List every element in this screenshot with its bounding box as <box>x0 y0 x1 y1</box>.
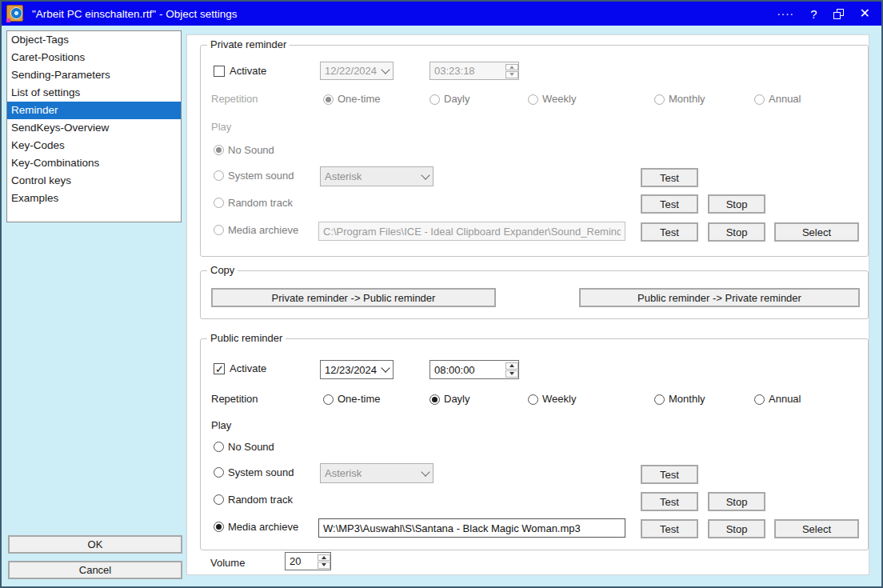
spinner-down-icon[interactable] <box>318 562 330 569</box>
private-stop-track-button[interactable]: Stop <box>708 194 765 214</box>
private-repetition-option-label: Monthly <box>669 93 705 105</box>
public-select-media-button[interactable]: Select <box>774 519 859 538</box>
private-system-sound-radio <box>214 170 224 181</box>
close-icon[interactable]: ✕ <box>860 7 870 20</box>
ok-button[interactable]: OK <box>8 535 182 554</box>
public-repetition-radio-annual[interactable] <box>754 394 765 405</box>
public-repetition-option-label[interactable]: Monthly <box>669 393 705 405</box>
public-random-track-label[interactable]: Random track <box>228 494 293 506</box>
public-reminder-group-title: Public reminder <box>207 332 286 344</box>
settings-list: Object-Tags Caret-Positions Sending-Para… <box>6 30 182 222</box>
private-test-track-button[interactable]: Test <box>641 194 698 214</box>
private-repetition-radio-annual <box>754 94 765 105</box>
private-repetition-radio-dayly <box>430 94 440 105</box>
restore-icon[interactable] <box>833 9 844 19</box>
private-repetition-option-label: One-time <box>338 93 380 105</box>
private-no-sound-radio <box>214 145 224 155</box>
public-repetition-option-label[interactable]: One-time <box>338 393 380 405</box>
public-activate-checkbox[interactable] <box>214 363 225 374</box>
public-repetition-option-label[interactable]: Annual <box>769 393 801 405</box>
private-random-track-label: Random track <box>228 197 293 209</box>
reminder-panel: Private reminder Activate 12/22/2024 03:… <box>186 34 869 575</box>
private-media-archieve-label: Media archieve <box>228 224 298 236</box>
private-repetition-label: Repetition <box>211 93 258 105</box>
private-media-path-input: C:\Program Files\ICE - Ideal Clipboard E… <box>318 222 625 241</box>
window-title: "Arbeit PC einschalten.rtf" - Object set… <box>32 8 237 20</box>
menu-dots-icon[interactable]: .... <box>777 5 795 18</box>
sidebar-item-sending-parameters[interactable]: Sending-Parameters <box>7 66 181 84</box>
public-random-track-radio[interactable] <box>214 494 224 505</box>
volume-label: Volume <box>210 557 245 569</box>
public-repetition-radio-one-time[interactable] <box>323 394 334 405</box>
private-no-sound-label: No Sound <box>228 144 274 156</box>
public-system-sound-combo: Asterisk <box>320 463 434 483</box>
spinner-down-icon[interactable] <box>505 370 518 378</box>
private-activate-label[interactable]: Activate <box>230 65 266 77</box>
copy-group: Copy Private reminder -> Public reminder… <box>200 270 869 319</box>
private-repetition-option-label: Dayly <box>444 93 470 105</box>
app-icon-disc <box>10 7 22 19</box>
sidebar-item-examples[interactable]: Examples <box>7 190 181 207</box>
public-play-label: Play <box>211 419 231 431</box>
public-system-sound-label[interactable]: System sound <box>228 466 294 478</box>
public-system-sound-radio[interactable] <box>214 467 224 478</box>
public-no-sound-label[interactable]: No Sound <box>228 441 274 453</box>
volume-input[interactable]: 20 <box>285 552 331 570</box>
app-icon-pink <box>6 18 10 22</box>
copy-private-to-public-button[interactable]: Private reminder -> Public reminder <box>211 288 496 307</box>
spinner-up-icon <box>505 64 518 71</box>
private-play-label: Play <box>211 121 231 133</box>
public-stop-track-button[interactable]: Stop <box>708 492 765 511</box>
sidebar-item-object-tags[interactable]: Object-Tags <box>7 31 181 49</box>
public-repetition-option-label[interactable]: Weekly <box>542 393 576 405</box>
private-random-track-radio <box>214 198 224 208</box>
public-media-archieve-label[interactable]: Media archieve <box>228 521 298 533</box>
private-test-media-button[interactable]: Test <box>641 222 698 242</box>
public-repetition-label: Repetition <box>211 393 258 405</box>
private-stop-media-button[interactable]: Stop <box>708 222 765 242</box>
spinner-down-icon <box>505 71 518 78</box>
public-stop-media-button[interactable]: Stop <box>708 519 765 538</box>
public-time-input[interactable]: 08:00:00 <box>430 360 519 379</box>
private-reminder-group-title: Private reminder <box>207 38 290 50</box>
help-icon[interactable]: ? <box>810 7 817 21</box>
public-media-path-input[interactable]: W:\MP3\Auswahl\S\Santana - Black Magic W… <box>318 518 625 538</box>
sidebar-item-control-keys[interactable]: Control keys <box>7 172 181 190</box>
chevron-down-icon <box>421 467 430 476</box>
public-repetition-radio-weekly[interactable] <box>528 394 538 405</box>
private-test-system-button[interactable]: Test <box>641 168 698 187</box>
sidebar-item-key-codes[interactable]: Key-Codes <box>7 137 181 154</box>
public-test-system-button[interactable]: Test <box>641 465 698 484</box>
spinner-up-icon[interactable] <box>505 362 518 370</box>
sidebar-item-sendkeys-overview[interactable]: SendKeys-Overview <box>7 119 181 137</box>
object-settings-dialog: "Arbeit PC einschalten.rtf" - Object set… <box>0 0 883 588</box>
public-test-track-button[interactable]: Test <box>641 492 698 511</box>
public-no-sound-radio[interactable] <box>214 442 224 452</box>
cancel-button[interactable]: Cancel <box>8 561 182 579</box>
public-repetition-option-label[interactable]: Dayly <box>444 393 470 405</box>
private-media-archieve-radio <box>214 225 224 235</box>
public-test-media-button[interactable]: Test <box>641 519 698 538</box>
private-select-media-button[interactable]: Select <box>774 222 859 242</box>
sidebar-item-key-combinations[interactable]: Key-Combinations <box>7 154 181 172</box>
private-activate-checkbox[interactable] <box>214 66 225 77</box>
private-date-select: 12/22/2024 <box>320 62 394 80</box>
private-system-sound-combo: Asterisk <box>320 166 434 186</box>
copy-group-title: Copy <box>207 264 238 276</box>
public-repetition-radio-dayly[interactable] <box>430 394 440 405</box>
spinner-up-icon[interactable] <box>318 554 330 562</box>
private-reminder-group: Private reminder Activate 12/22/2024 03:… <box>200 45 869 257</box>
public-activate-label[interactable]: Activate <box>230 362 266 374</box>
copy-public-to-private-button[interactable]: Public reminder -> Private reminder <box>579 288 860 307</box>
sidebar-item-caret-positions[interactable]: Caret-Positions <box>7 49 181 66</box>
titlebar: "Arbeit PC einschalten.rtf" - Object set… <box>2 2 881 26</box>
public-media-archieve-radio[interactable] <box>214 522 224 532</box>
public-reminder-group: Public reminder Activate 12/23/2024 08:0… <box>200 338 869 550</box>
private-repetition-radio-weekly <box>528 94 538 105</box>
sidebar-item-reminder[interactable]: Reminder <box>7 102 181 119</box>
private-time-input: 03:23:18 <box>430 62 519 80</box>
sidebar-item-list-of-settings[interactable]: List of settings <box>7 84 181 102</box>
chevron-down-icon <box>381 65 390 74</box>
public-date-select[interactable]: 12/23/2024 <box>320 360 394 379</box>
public-repetition-radio-monthly[interactable] <box>654 394 665 405</box>
